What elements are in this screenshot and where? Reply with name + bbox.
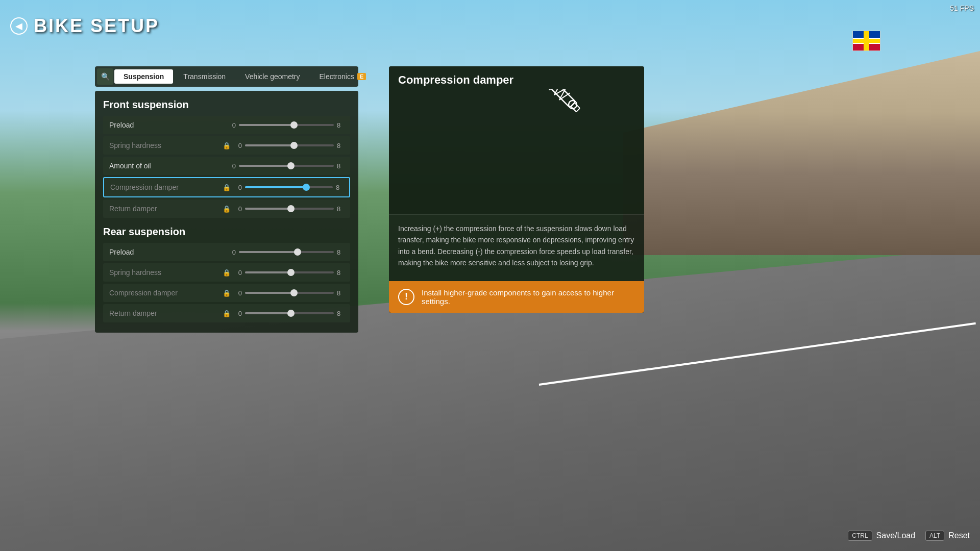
compression-damper-lock-icon: 🔒 <box>223 184 231 191</box>
reset-label: Reset <box>948 531 970 540</box>
preload-slider-container: 0 8 <box>229 121 344 129</box>
compression-damper-min: 0 <box>235 184 242 191</box>
setting-row-rear-compression-damper: Compression damper 🔒 0 8 <box>103 284 350 302</box>
info-description: Increasing (+) the compression force of … <box>389 214 644 277</box>
compression-damper-max: 8 <box>336 184 343 191</box>
preload-fill <box>239 124 294 126</box>
rear-return-damper-fill <box>245 312 291 314</box>
flag <box>852 31 883 66</box>
grandstand <box>623 51 980 255</box>
rear-spring-hardness-lock-icon: 🔒 <box>223 269 231 277</box>
setting-row-compression-damper: Compression damper 🔒 0 8 <box>103 177 350 197</box>
preload-thumb[interactable] <box>290 121 298 129</box>
rear-compression-damper-slider-container: 0 8 <box>235 289 344 297</box>
rear-spring-hardness-thumb <box>287 269 295 276</box>
rear-compression-damper-min: 0 <box>235 289 242 297</box>
return-damper-min: 0 <box>235 205 242 213</box>
spring-hardness-slider-container: 0 8 <box>235 142 344 149</box>
rear-compression-damper-fill <box>245 292 294 294</box>
return-damper-thumb <box>287 205 295 212</box>
reset-button[interactable]: ALT Reset <box>925 531 970 541</box>
spring-hardness-track <box>245 144 334 146</box>
amount-of-oil-track[interactable] <box>239 165 334 167</box>
upgrade-icon: ! <box>398 289 414 305</box>
back-button[interactable]: ◀ <box>10 17 28 35</box>
setting-row-spring-hardness: Spring hardness 🔒 0 8 <box>103 136 350 155</box>
upgrade-text: Install higher-grade components to gain … <box>422 288 635 306</box>
search-icon[interactable]: 🔍 <box>97 68 113 85</box>
rear-preload-slider-container: 0 8 <box>229 248 344 256</box>
damper-illustration <box>445 89 588 191</box>
flag-icon <box>852 31 880 51</box>
rear-spring-hardness-track <box>245 271 334 273</box>
info-panel: Compression damper <box>389 66 644 313</box>
amount-of-oil-min: 0 <box>229 162 236 170</box>
spring-hardness-fill <box>245 144 294 146</box>
spring-hardness-thumb <box>290 142 298 149</box>
rear-return-damper-slider-container: 0 8 <box>235 310 344 317</box>
rear-spring-hardness-slider-container: 0 8 <box>235 269 344 277</box>
tab-suspension[interactable]: Suspension <box>114 69 173 84</box>
rear-spring-hardness-min: 0 <box>235 269 242 277</box>
setting-row-rear-preload: Preload 0 8 <box>103 243 350 261</box>
rear-return-damper-track <box>245 312 334 314</box>
setting-row-rear-return-damper: Return damper 🔒 0 8 <box>103 304 350 322</box>
compression-damper-label: Compression damper <box>110 183 218 191</box>
fps-counter: 51 FPS <box>950 4 974 12</box>
compression-damper-fill <box>245 186 306 188</box>
upgrade-notice: ! Install higher-grade components to gai… <box>389 281 644 313</box>
rear-preload-min: 0 <box>229 248 236 256</box>
return-damper-fill <box>245 208 291 210</box>
setting-row-return-damper: Return damper 🔒 0 8 <box>103 199 350 218</box>
return-damper-lock-icon: 🔒 <box>223 205 231 213</box>
rear-spring-hardness-label: Spring hardness <box>109 268 218 277</box>
preload-min: 0 <box>229 121 236 129</box>
setting-row-preload: Preload 0 8 <box>103 116 350 134</box>
setting-row-amount-of-oil: Amount of oil 0 8 <box>103 157 350 175</box>
front-suspension-title: Front suspension <box>103 99 350 111</box>
rear-return-damper-thumb <box>287 310 295 317</box>
page-title: BIKE SETUP <box>34 15 159 37</box>
tab-bar: 🔍 Suspension Transmission Vehicle geomet… <box>95 66 358 87</box>
amount-of-oil-fill <box>239 165 291 167</box>
tab-vehicle-geometry[interactable]: Vehicle geometry <box>236 69 309 84</box>
electronics-badge: E <box>357 73 366 80</box>
return-damper-slider-container: 0 8 <box>235 205 344 213</box>
tab-transmission[interactable]: Transmission <box>174 69 235 84</box>
rear-compression-damper-max: 8 <box>337 289 344 297</box>
amount-of-oil-max: 8 <box>337 162 344 170</box>
rear-return-damper-lock-icon: 🔒 <box>223 310 231 317</box>
rear-return-damper-label: Return damper <box>109 309 218 317</box>
return-damper-track <box>245 208 334 210</box>
amount-of-oil-thumb[interactable] <box>287 162 295 169</box>
rear-suspension-title: Rear suspension <box>103 226 350 238</box>
svg-line-5 <box>552 89 563 95</box>
rear-compression-damper-label: Compression damper <box>109 289 218 297</box>
amount-of-oil-label: Amount of oil <box>109 162 225 170</box>
info-panel-inner: Compression damper <box>389 66 644 313</box>
preload-label: Preload <box>109 121 225 129</box>
preload-max: 8 <box>337 121 344 129</box>
settings-panel: Front suspension Preload 0 8 Spring hard… <box>95 91 358 333</box>
spring-hardness-label: Spring hardness <box>109 141 218 149</box>
flag-cross <box>853 31 880 51</box>
save-load-key-badge: CTRL <box>848 531 872 541</box>
spring-hardness-lock-icon: 🔒 <box>223 142 231 149</box>
rear-preload-fill <box>239 251 298 253</box>
damper-title: Compression damper <box>398 73 513 87</box>
return-damper-label: Return damper <box>109 205 218 213</box>
bottom-buttons: CTRL Save/Load ALT Reset <box>848 531 970 541</box>
compression-damper-track[interactable] <box>245 186 333 188</box>
rear-preload-track[interactable] <box>239 251 334 253</box>
save-load-button[interactable]: CTRL Save/Load <box>848 531 915 541</box>
tab-electronics[interactable]: Electronics E <box>310 69 376 84</box>
spring-hardness-max: 8 <box>337 142 344 149</box>
compression-damper-thumb[interactable] <box>303 184 310 191</box>
rear-preload-label: Preload <box>109 248 225 256</box>
return-damper-max: 8 <box>337 205 344 213</box>
rear-preload-max: 8 <box>337 248 344 256</box>
rear-preload-thumb[interactable] <box>294 248 301 256</box>
preload-track[interactable] <box>239 124 334 126</box>
spring-hardness-min: 0 <box>235 142 242 149</box>
rear-compression-damper-thumb <box>290 289 298 296</box>
